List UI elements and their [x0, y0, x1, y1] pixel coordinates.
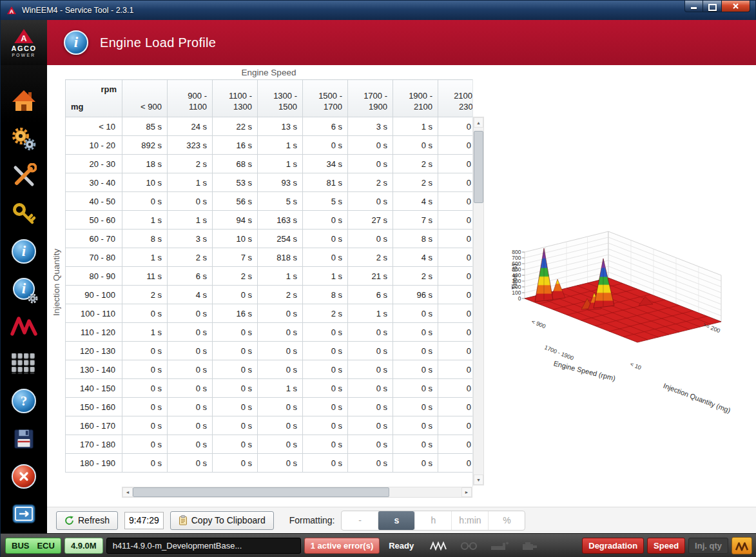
svg-text:0: 0	[518, 295, 521, 302]
value-cell: 0 s	[168, 342, 213, 360]
value-cell: 1 s	[122, 248, 168, 267]
sidebar-item-matrix[interactable]	[8, 349, 39, 378]
refresh-button[interactable]: Refresh	[56, 511, 118, 530]
value-cell: 0 s	[438, 398, 474, 416]
inj-qty-badge: Inj. qty	[688, 538, 728, 554]
value-cell: 2 s	[303, 304, 348, 323]
table-row: 120 - 1300 s0 s0 s0 s0 s0 s0 s0 s	[66, 342, 474, 360]
close-icon	[732, 3, 739, 10]
format-option-hmin[interactable]: h:min	[451, 511, 488, 530]
value-cell: 4 s	[393, 248, 438, 267]
horizontal-scroll-thumb[interactable]	[133, 487, 389, 497]
value-cell: 0 s	[438, 267, 474, 286]
horizontal-scrollbar[interactable]: ◄ ►	[122, 487, 472, 498]
value-cell: 0 s	[303, 342, 348, 360]
info-icon	[12, 239, 36, 264]
minimize-button[interactable]	[684, 1, 703, 12]
vertical-scroll-thumb[interactable]	[474, 131, 483, 203]
sidebar-item-errors[interactable]	[8, 462, 39, 491]
value-cell: 0 s	[438, 435, 474, 454]
logo-text-power: POWER	[12, 53, 35, 57]
copy-label: Copy To Clipboard	[191, 515, 266, 525]
value-cell: 0 s	[393, 360, 438, 379]
glow-plug-icon	[460, 541, 479, 551]
copy-to-clipboard-button[interactable]: Copy To Clipboard	[170, 511, 274, 530]
gears-icon	[11, 126, 37, 151]
status-bar: BUS ECU 4.9.0M h411-4.9.0-m_DevelopmentB…	[1, 533, 756, 557]
value-cell: 2 s	[393, 173, 438, 192]
page-title: Engine Load Profile	[100, 35, 216, 50]
scroll-down-button[interactable]: ▼	[474, 474, 483, 485]
svg-text:A: A	[21, 34, 26, 43]
scroll-up-button[interactable]: ▲	[474, 117, 483, 128]
sidebar-item-info[interactable]	[8, 237, 39, 266]
value-cell: 3 s	[348, 117, 393, 136]
active-errors-chip[interactable]: 1 active error(s)	[304, 538, 380, 554]
value-cell: 0 s	[303, 230, 348, 248]
value-cell: 0 s	[258, 416, 303, 435]
value-cell: 2 s	[348, 248, 393, 267]
value-cell: 2 s	[168, 155, 213, 173]
value-cell: 892 s	[122, 136, 168, 155]
value-cell: 1 s	[168, 211, 213, 230]
table-row: 100 - 1100 s0 s16 s0 s2 s1 s0 s0 s	[66, 304, 474, 323]
value-cell: 10 s	[213, 230, 258, 248]
scroll-right-button[interactable]: ►	[461, 487, 472, 497]
value-cell: 0 s	[393, 454, 438, 473]
value-cell: 0 s	[438, 230, 474, 248]
close-button[interactable]	[721, 1, 750, 12]
sidebar-item-exit[interactable]	[8, 500, 39, 528]
sidebar-item-service[interactable]	[8, 162, 39, 190]
sidebar-item-signals[interactable]	[8, 312, 39, 340]
maximize-icon	[708, 4, 717, 11]
sidebar-item-help[interactable]	[8, 387, 39, 415]
row-label: < 10	[66, 117, 122, 136]
vertical-scrollbar[interactable]: ▲ ▼	[473, 117, 484, 485]
injection-quantity-axis-label: Injection Quantity	[48, 79, 64, 485]
value-cell: 1 s	[258, 136, 303, 155]
value-cell: 96 s	[393, 286, 438, 304]
value-cell: 8 s	[303, 286, 348, 304]
sidebar-item-settings[interactable]	[8, 124, 39, 153]
status-indicator-icons	[429, 541, 539, 551]
format-option-seconds[interactable]: s	[378, 511, 414, 530]
sidebar-item-diagnostics[interactable]	[8, 275, 39, 303]
value-cell: 0 s	[303, 435, 348, 454]
format-option-none[interactable]: -	[342, 511, 378, 530]
engine-speed-axis-label: Engine Speed	[65, 68, 472, 77]
bus-label: BUS	[12, 541, 29, 551]
value-cell: 7 s	[213, 248, 258, 267]
value-cell: 0 s	[393, 342, 438, 360]
col-header: 1100 - 1300	[213, 80, 258, 117]
value-cell: 8 s	[393, 230, 438, 248]
value-cell: 0 s	[213, 435, 258, 454]
row-label: 70 - 80	[66, 248, 122, 267]
value-cell: 2 s	[258, 286, 303, 304]
row-label: 40 - 50	[66, 192, 122, 211]
value-cell: 323 s	[168, 136, 213, 155]
format-option-percent[interactable]: %	[488, 511, 525, 530]
table-row: 70 - 801 s2 s7 s818 s0 s2 s4 s0 s	[66, 248, 474, 267]
col-header: 900 - 1100	[168, 80, 213, 117]
value-cell: 0 s	[258, 323, 303, 342]
load-profile-table-container: rpm mg < 900 900 - 1100 1100 - 1300 1300…	[65, 79, 473, 487]
load-profile-3d-chart: 8007006005004003002001000 < 900 1700 - 1…	[512, 225, 756, 425]
maximize-button[interactable]	[703, 1, 721, 12]
value-cell: 7 s	[393, 211, 438, 230]
value-cell: 0 s	[438, 248, 474, 267]
speed-badge: Speed	[647, 538, 685, 554]
value-cell: 0 s	[168, 304, 213, 323]
value-cell: 0 s	[438, 117, 474, 136]
app-logo-icon: A	[6, 6, 17, 15]
value-cell: 0 s	[303, 416, 348, 435]
scroll-left-button[interactable]: ◄	[122, 487, 133, 497]
sidebar-item-save[interactable]	[8, 425, 39, 453]
value-cell: 0 s	[348, 379, 393, 398]
value-cell: 24 s	[168, 117, 213, 136]
format-option-hours[interactable]: h	[414, 511, 451, 530]
value-cell: 0 s	[122, 360, 168, 379]
value-cell: 0 s	[348, 454, 393, 473]
value-cell: 2 s	[348, 173, 393, 192]
sidebar-item-home[interactable]	[8, 87, 39, 115]
sidebar-item-access[interactable]	[8, 200, 39, 228]
